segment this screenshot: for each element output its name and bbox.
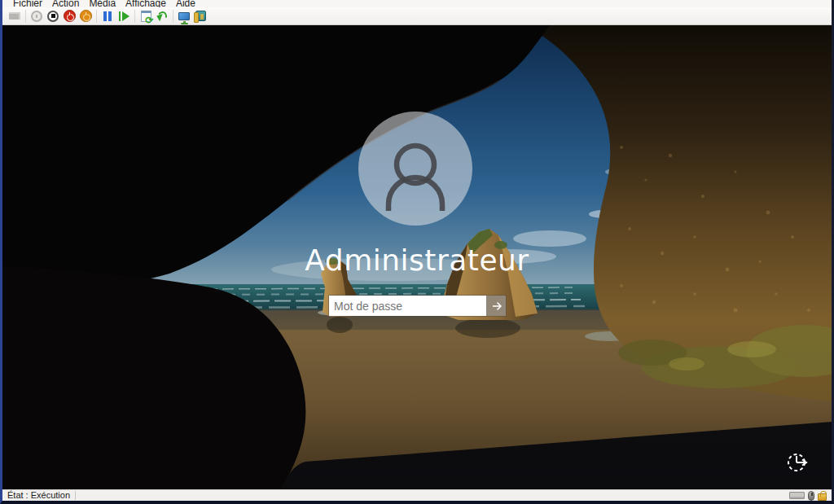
start-button[interactable] [29,8,45,24]
status-icons [789,490,832,501]
vm-status-text: État : Exécution [2,490,75,501]
power-gray-icon [31,11,42,22]
password-row [328,295,507,317]
menu-media[interactable]: Média [84,0,121,7]
enhanced-session-button[interactable] [176,8,192,24]
ctrl-alt-del-button[interactable] [7,8,23,24]
password-submit-button[interactable] [486,296,506,316]
menu-action[interactable]: Action [47,0,84,7]
turn-off-button[interactable] [45,8,61,24]
password-input[interactable] [329,296,486,316]
lock-status-icon [818,493,827,501]
mouse-status-icon [808,491,814,501]
menu-affichage[interactable]: Affichage [121,0,171,7]
step-green-icon [119,11,129,21]
pause-blue-icon [103,11,112,21]
toolbar-separator [25,10,26,23]
username-label: Administrateur [2,243,832,277]
toolbar-separator [96,10,97,23]
toolbar-separator [134,10,135,23]
ease-of-access-button[interactable] [784,448,811,476]
keyboard-icon [9,12,20,20]
monitor-blue-icon [178,12,190,20]
menu-bar: FichierActionMédiaAffichageAide [2,0,832,7]
revert-green-icon [156,10,168,21]
toolbar-separator [173,10,173,23]
arrow-right-icon [490,300,503,313]
vm-screen: Administrateur [2,25,832,489]
save-button[interactable] [77,8,94,24]
share-button[interactable] [192,8,208,24]
status-separator [75,491,76,500]
ease-of-access-icon [784,448,811,476]
keyboard-status-icon [789,492,805,499]
share-teal-icon [195,11,206,21]
power-red-icon [64,10,76,22]
pause-button[interactable] [99,8,116,24]
stop-circle-icon [47,11,59,22]
shut-down-button[interactable] [61,8,77,24]
checkpoint-icon [141,11,151,22]
checkpoint-button[interactable] [138,8,154,24]
menu-fichier[interactable]: Fichier [8,0,47,7]
vm-connection-window: FichierActionMédiaAffichageAide [0,0,834,504]
person-icon [358,112,472,226]
toolbar [2,7,832,25]
user-avatar[interactable] [358,112,472,226]
reset-button[interactable] [116,8,132,24]
menu-aide[interactable]: Aide [171,0,200,7]
revert-button[interactable] [154,8,170,24]
power-orange-icon [80,10,92,22]
status-bar: État : Exécution [2,489,832,501]
